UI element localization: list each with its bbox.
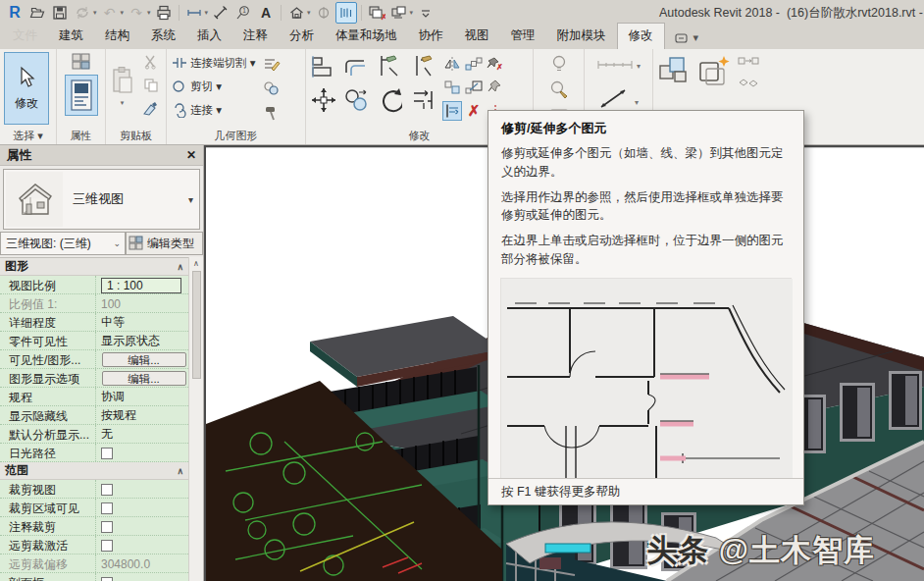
measure-ruler-icon[interactable]: ▾ <box>595 56 642 78</box>
property-value[interactable]: 1 : 100 <box>95 276 188 293</box>
geometry-item-2[interactable]: 连接 ▾ <box>171 99 255 121</box>
thin-lines-icon[interactable] <box>335 2 357 24</box>
sync-dropdown[interactable]: ▾ <box>93 9 97 17</box>
sync-icon[interactable] <box>72 2 93 24</box>
scrollbar-thumb[interactable] <box>192 271 201 379</box>
array-icon[interactable] <box>464 54 484 74</box>
scale-icon[interactable] <box>464 78 484 97</box>
trim-extend-multiple-icon[interactable] <box>442 101 462 121</box>
view-dropdown[interactable]: ▾ <box>307 9 311 17</box>
collapse-chevron[interactable]: ∧ <box>177 262 183 272</box>
property-value[interactable]: 协调 <box>95 388 188 405</box>
unpin-icon[interactable]: ✗ <box>486 54 505 74</box>
redo-dropdown[interactable]: ▾ <box>147 9 151 17</box>
measure-icon[interactable] <box>183 2 205 24</box>
tab-附加模块[interactable]: 附加模块 <box>546 24 617 49</box>
measure-dropdown[interactable]: ▾ <box>205 9 209 17</box>
paint-icon[interactable] <box>261 79 282 98</box>
tab-文件[interactable]: 文件 <box>2 24 48 49</box>
split-face-icon[interactable] <box>261 54 282 74</box>
redo-icon[interactable]: ↷ <box>126 2 147 24</box>
panel-label-select[interactable]: 选择 ▾ <box>0 129 56 143</box>
close-icon[interactable]: ✕ <box>186 148 196 162</box>
cut-icon[interactable] <box>140 52 162 72</box>
match-type-icon[interactable] <box>140 99 162 119</box>
panel-label-geometry[interactable]: 几何图形 <box>167 129 305 143</box>
checkbox[interactable] <box>101 577 113 581</box>
create-similar-icon[interactable] <box>696 54 732 93</box>
property-value[interactable]: 编辑... <box>95 369 188 387</box>
switch-windows-icon[interactable] <box>388 2 410 24</box>
create-group-icon[interactable] <box>657 54 691 93</box>
section-header-范围[interactable]: 范围∧ <box>0 462 188 480</box>
scroll-up-arrow[interactable]: ∧ <box>193 257 199 268</box>
open-icon[interactable] <box>26 2 48 24</box>
offset-icon[interactable] <box>343 52 369 81</box>
properties-scrollbar[interactable]: ∧ <box>188 257 203 581</box>
property-value[interactable] <box>95 573 188 581</box>
property-value[interactable]: 编辑... <box>95 350 188 368</box>
copy-icon[interactable] <box>343 85 369 115</box>
view-instance-combo[interactable]: 三维视图: (三维) ⌄ <box>0 232 126 255</box>
save-icon[interactable] <box>49 2 71 24</box>
undo-dropdown[interactable]: ▾ <box>121 9 125 17</box>
section-header-图形[interactable]: 图形∧ <box>0 258 188 276</box>
modify-states-control[interactable]: ▾ <box>675 31 699 49</box>
mirror-icon[interactable] <box>442 54 462 74</box>
section-icon[interactable] <box>313 2 334 24</box>
property-value[interactable] <box>95 444 188 461</box>
tab-协作[interactable]: 协作 <box>408 24 454 49</box>
properties-palette-header[interactable]: 属性 ✕ <box>0 145 203 166</box>
tab-插入[interactable]: 插入 <box>186 24 232 49</box>
paste-dropdown[interactable]: ▾ <box>121 99 125 107</box>
checkbox[interactable] <box>101 521 113 533</box>
property-value[interactable]: 显示原状态 <box>95 332 188 349</box>
property-value[interactable]: 无 <box>95 425 188 443</box>
detail-group-icon[interactable] <box>738 76 759 93</box>
copy-to-clipboard-icon[interactable] <box>140 76 162 95</box>
geometry-item-1[interactable]: 剪切 ▾ <box>171 76 255 97</box>
rotate-icon[interactable] <box>377 85 402 115</box>
checkbox[interactable] <box>101 448 113 459</box>
offset-copy-icon[interactable] <box>442 78 462 97</box>
collapse-chevron[interactable]: ∧ <box>177 466 183 476</box>
type-selector-caret[interactable]: ▾ <box>188 194 199 205</box>
revit-logo[interactable]: R <box>4 2 26 24</box>
paste-button[interactable]: ▾ <box>110 52 136 121</box>
move-icon[interactable] <box>310 85 335 115</box>
property-value[interactable] <box>95 499 188 516</box>
trim-to-corner-icon[interactable] <box>410 85 436 115</box>
panel-label-properties[interactable]: 属性 <box>57 129 105 143</box>
legend-component-icon[interactable] <box>738 54 759 72</box>
edit-button[interactable]: 编辑... <box>102 371 186 386</box>
property-value[interactable]: 按规程 <box>95 406 188 424</box>
trim-extend-single-icon[interactable] <box>410 52 436 81</box>
align-icon[interactable] <box>310 52 335 81</box>
properties-palette-icon[interactable] <box>65 75 98 116</box>
checkbox[interactable] <box>101 540 113 552</box>
aligned-dimension-icon[interactable] <box>210 2 231 24</box>
trim-extend-corner-icon[interactable] <box>377 52 402 81</box>
property-value[interactable]: 中等 <box>95 313 188 331</box>
close-hidden-windows-icon[interactable]: ✗ <box>366 2 387 24</box>
tab-建筑[interactable]: 建筑 <box>48 24 94 49</box>
tab-分析[interactable]: 分析 <box>279 24 325 49</box>
modify-tool-button[interactable]: 修改 <box>4 52 49 125</box>
property-value[interactable] <box>95 536 188 554</box>
text-icon[interactable]: A <box>255 2 277 24</box>
pin-icon[interactable] <box>486 78 505 97</box>
property-value[interactable]: 100 <box>95 294 188 312</box>
customize-qat-icon[interactable] <box>415 2 436 24</box>
geometry-item-0[interactable]: 连接端切割 ▾ <box>171 52 255 74</box>
switch-windows-dropdown[interactable]: ▾ <box>410 9 414 17</box>
type-selector[interactable]: 三维视图 ▾ <box>3 169 200 230</box>
demolish-hammer-icon[interactable] <box>261 103 282 123</box>
tag-icon[interactable]: 1 <box>232 2 254 24</box>
tab-注释[interactable]: 注释 <box>232 24 279 49</box>
tab-修改[interactable]: 修改 <box>617 23 665 49</box>
hide-lightbulb-icon[interactable] <box>548 54 570 74</box>
delete-icon[interactable]: ✗ <box>464 101 484 121</box>
edit-type-button[interactable]: 编辑类型 <box>126 232 203 255</box>
reveal-lightbulb-icon[interactable] <box>548 79 570 99</box>
property-value[interactable] <box>95 517 188 535</box>
